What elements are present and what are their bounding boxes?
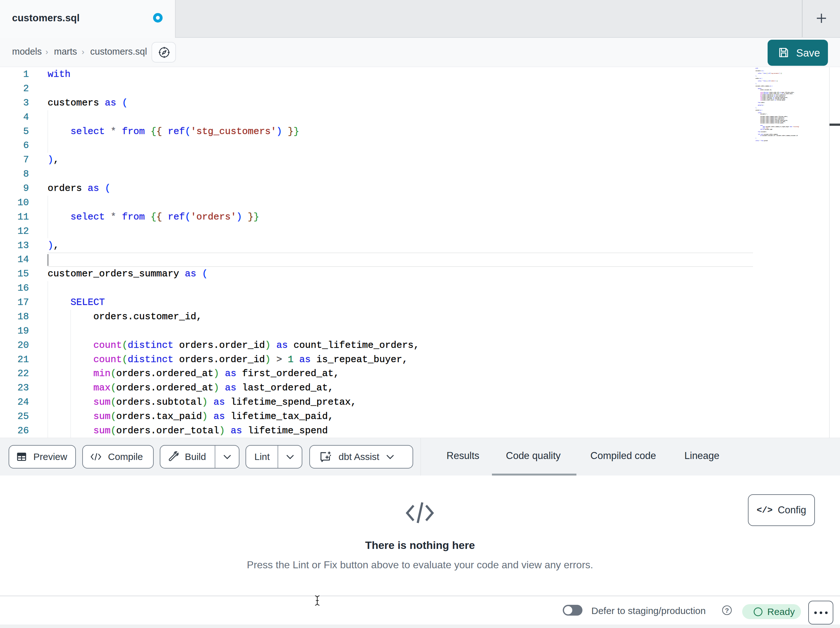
svg-text:?: ? (725, 607, 729, 614)
